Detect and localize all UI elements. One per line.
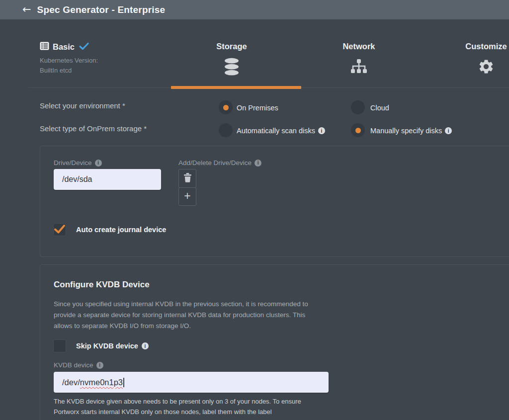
kvdb-device-value-misspelled: nvme0n1p3 — [80, 378, 123, 387]
tab-customize-label: Customize — [423, 42, 509, 51]
page-title: Spec Generator - Enterprise — [37, 4, 166, 15]
auto-journal-label: Auto create journal device — [76, 226, 166, 234]
radio-manually-specify-disks[interactable] — [351, 123, 365, 137]
topbar: ← Spec Generator - Enterprise — [0, 0, 509, 19]
radio-auto-scan-disks[interactable] — [219, 123, 233, 137]
back-arrow-icon[interactable]: ← — [22, 4, 31, 15]
tab-network-label: Network — [295, 42, 423, 51]
tab-basic-subtitle-1: Kubernetes Version: — [40, 57, 98, 64]
kvdb-device-label: KVDB devicei — [54, 361, 103, 369]
kvdb-card: Configure KVDB Device Since you specifie… — [40, 264, 509, 420]
info-icon[interactable]: i — [445, 127, 452, 134]
radio-cloud-label: Cloud — [370, 104, 389, 112]
auto-journal-checkbox[interactable] — [53, 223, 66, 236]
radio-on-premises[interactable] — [219, 100, 233, 114]
tab-storage-label: Storage — [168, 42, 295, 51]
radio-dot — [223, 105, 229, 110]
add-delete-label: Add/Delete Drive/Devicei — [178, 159, 261, 167]
gear-icon — [423, 58, 509, 77]
info-icon[interactable]: i — [318, 127, 325, 134]
radio-manually-specify-disks-label: Manually specify disksi — [370, 127, 452, 135]
list-icon — [40, 42, 49, 52]
tab-basic[interactable]: Basic Kubernetes Version: BuiltIn etcd — [40, 42, 98, 74]
plus-icon: + — [184, 190, 190, 202]
radio-cloud[interactable] — [351, 100, 365, 114]
delete-drive-button[interactable] — [178, 169, 196, 188]
info-icon[interactable]: i — [95, 160, 102, 167]
trash-icon — [183, 173, 192, 184]
kvdb-note: The KVDB device given above needs to be … — [54, 397, 352, 420]
drive-device-label: Drive/Devicei — [54, 159, 102, 167]
info-icon[interactable]: i — [254, 160, 261, 167]
skip-kvdb-checkbox[interactable] — [53, 339, 66, 352]
add-drive-button[interactable]: + — [178, 187, 196, 206]
kvdb-device-input[interactable]: /dev/nvme0n1p3 — [54, 372, 329, 393]
info-icon[interactable]: i — [96, 362, 103, 369]
tab-network[interactable]: Network — [295, 42, 423, 78]
completed-check-icon — [79, 42, 89, 52]
text-caret — [123, 378, 124, 387]
skip-kvdb-label: Skip KVDB devicei — [76, 342, 149, 350]
database-icon — [168, 58, 295, 77]
active-tab-indicator — [171, 86, 301, 89]
environment-label: Select your environment * — [40, 101, 125, 110]
kvdb-node-label-code: px/metadata-node=true — [54, 418, 352, 420]
radio-auto-scan-disks-label: Automatically scan disksi — [237, 127, 325, 135]
tab-basic-label: Basic — [53, 42, 75, 52]
check-icon — [53, 224, 66, 237]
spec-generator-screen: ← Spec Generator - Enterprise Basic — [0, 0, 509, 420]
tab-basic-subtitle-2: BuiltIn etcd — [40, 67, 98, 74]
info-icon[interactable]: i — [142, 342, 149, 349]
radio-on-premises-label: On Premises — [237, 104, 278, 112]
sitemap-icon — [295, 59, 423, 78]
drive-device-input[interactable]: /dev/sda — [54, 169, 161, 190]
kvdb-section-title: Configure KVDB Device — [54, 280, 150, 290]
tab-customize[interactable]: Customize — [423, 42, 509, 77]
storage-type-label: Select type of OnPrem storage * — [40, 124, 147, 133]
tab-storage[interactable]: Storage — [168, 42, 295, 77]
drive-device-card: Drive/Devicei /dev/sda Add/Delete Drive/… — [40, 146, 509, 257]
radio-dot — [355, 128, 361, 133]
kvdb-description: Since you specified using internal KVDB … — [54, 299, 352, 332]
